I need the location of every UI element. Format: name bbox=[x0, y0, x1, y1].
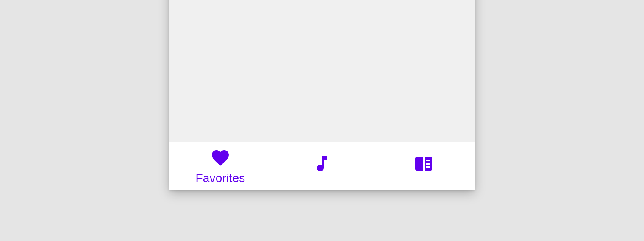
heart-icon bbox=[210, 148, 230, 170]
music-note-icon bbox=[312, 154, 332, 176]
bottom-navigation: Favorites bbox=[169, 142, 475, 190]
nav-item-favorites[interactable]: Favorites bbox=[169, 142, 271, 190]
nav-item-book[interactable] bbox=[373, 142, 475, 190]
book-icon bbox=[414, 154, 434, 176]
content-area bbox=[169, 0, 475, 142]
app-window: Favorites bbox=[169, 0, 475, 190]
nav-item-label: Favorites bbox=[196, 172, 245, 184]
nav-item-music[interactable] bbox=[271, 142, 373, 190]
